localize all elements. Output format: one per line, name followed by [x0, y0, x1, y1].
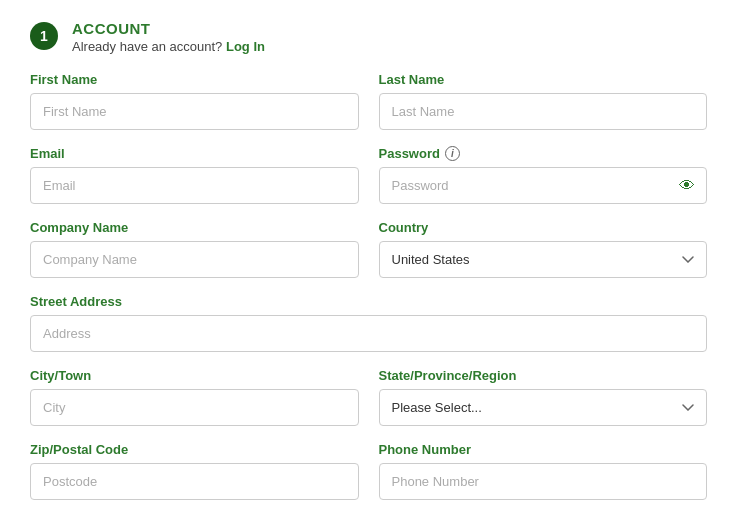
state-province-select[interactable]: Please Select... California New York Tex… [379, 389, 708, 426]
company-name-label: Company Name [30, 220, 359, 235]
street-address-group: Street Address [30, 294, 707, 352]
last-name-group: Last Name [379, 72, 708, 130]
step-circle: 1 [30, 22, 58, 50]
zip-postal-group: Zip/Postal Code [30, 442, 359, 500]
last-name-input[interactable] [379, 93, 708, 130]
city-town-label: City/Town [30, 368, 359, 383]
section-title-block: ACCOUNT Already have an account? Log In [72, 20, 265, 54]
form-grid: First Name Last Name Email Password i [30, 72, 707, 508]
state-province-group: State/Province/Region Please Select... C… [379, 368, 708, 426]
city-town-input[interactable] [30, 389, 359, 426]
state-province-label: State/Province/Region [379, 368, 708, 383]
password-input[interactable] [379, 167, 708, 204]
zip-postal-input[interactable] [30, 463, 359, 500]
phone-number-input[interactable] [379, 463, 708, 500]
password-info-icon[interactable]: i [445, 146, 460, 161]
email-group: Email [30, 146, 359, 204]
section-title: ACCOUNT [72, 20, 265, 37]
password-label-text: Password [379, 146, 440, 161]
already-have-account-text: Already have an account? [72, 39, 222, 54]
password-label: Password i [379, 146, 708, 161]
company-name-input[interactable] [30, 241, 359, 278]
street-address-label: Street Address [30, 294, 707, 309]
password-label-wrapper: Password i [379, 146, 708, 161]
first-name-label: First Name [30, 72, 359, 87]
phone-number-group: Phone Number [379, 442, 708, 500]
country-group: Country United States Canada United King… [379, 220, 708, 278]
email-label: Email [30, 146, 359, 161]
page-container: 1 ACCOUNT Already have an account? Log I… [30, 20, 707, 508]
section-subtitle: Already have an account? Log In [72, 39, 265, 54]
country-label: Country [379, 220, 708, 235]
first-name-group: First Name [30, 72, 359, 130]
password-wrapper: 👁 [379, 167, 708, 204]
company-name-group: Company Name [30, 220, 359, 278]
eye-icon[interactable]: 👁 [679, 177, 695, 195]
email-input[interactable] [30, 167, 359, 204]
country-select[interactable]: United States Canada United Kingdom Aust… [379, 241, 708, 278]
phone-number-label: Phone Number [379, 442, 708, 457]
section-header: 1 ACCOUNT Already have an account? Log I… [30, 20, 707, 54]
street-address-input[interactable] [30, 315, 707, 352]
last-name-label: Last Name [379, 72, 708, 87]
zip-postal-label: Zip/Postal Code [30, 442, 359, 457]
city-town-group: City/Town [30, 368, 359, 426]
first-name-input[interactable] [30, 93, 359, 130]
login-link[interactable]: Log In [226, 39, 265, 54]
password-group: Password i 👁 [379, 146, 708, 204]
step-number: 1 [40, 28, 48, 44]
